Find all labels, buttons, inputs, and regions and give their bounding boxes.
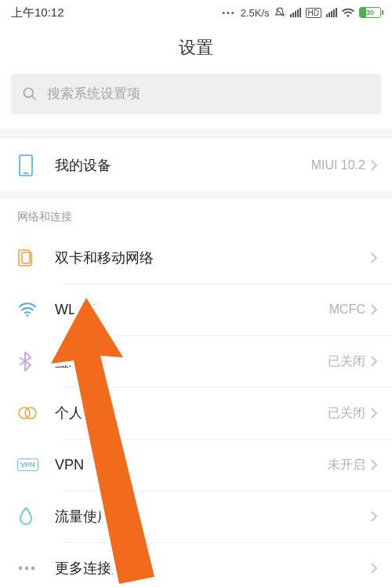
svg-rect-7 [331,11,332,17]
row-label: WLAN [55,302,329,318]
chevron-right-icon [370,303,378,316]
row-hotspot[interactable]: 个人热点 已关闭 [0,387,392,439]
section-title-network: 网络和连接 [0,199,392,232]
svg-rect-0 [290,14,292,17]
chevron-right-icon [370,458,378,471]
svg-rect-9 [336,8,337,17]
page-title: 设置 [0,36,392,60]
chevron-right-icon [370,159,378,172]
status-right: ••• 2.5K/s HD 30 [222,7,381,19]
svg-rect-8 [333,9,335,17]
svg-rect-1 [292,13,294,17]
row-label: 我的设备 [55,156,311,175]
row-value: MIUI 10.2 [311,158,365,172]
row-wlan[interactable]: WLAN MCFC [0,284,392,335]
row-label: 更多连接方式 [55,559,365,578]
page-header: 设置 [0,25,392,74]
row-vpn[interactable]: VPN VPN 未开启 [0,439,392,491]
svg-rect-6 [328,13,330,17]
wifi-icon [342,8,354,17]
row-data-usage[interactable]: 流量使用情况 [0,491,392,542]
row-bluetooth[interactable]: 蓝牙 已关闭 [0,335,392,387]
row-label: 流量使用情况 [55,507,365,526]
svg-rect-5 [326,14,328,17]
row-value: 未开启 [328,457,365,473]
svg-rect-12 [20,155,32,176]
search-box[interactable] [11,74,381,114]
sim-icon [17,248,36,268]
row-value: MCFC [329,303,365,317]
svg-point-17 [25,408,36,419]
chevron-right-icon [370,562,378,574]
data-usage-icon [17,506,34,527]
svg-rect-2 [295,11,296,17]
row-label: 个人热点 [55,404,328,422]
svg-point-20 [31,567,34,570]
phone-icon [17,154,34,177]
hotspot-icon [17,405,38,421]
chevron-right-icon [370,355,378,368]
svg-point-16 [19,408,30,419]
more-icon [17,564,36,572]
row-label: 蓝牙 [55,352,328,371]
wifi-setting-icon [17,302,38,317]
row-value: 已关闭 [328,353,365,370]
row-label: 双卡和移动网络 [55,248,365,267]
dnd-icon [274,7,285,18]
signal2-icon [326,8,337,17]
search-input[interactable] [47,86,370,102]
svg-line-11 [32,96,36,100]
row-sim[interactable]: 双卡和移动网络 [0,232,392,284]
svg-rect-3 [297,9,299,17]
row-my-device[interactable]: 我的设备 MIUI 10.2 [0,140,392,191]
svg-point-10 [24,89,34,98]
vpn-icon: VPN [17,458,38,471]
svg-point-19 [25,567,28,570]
status-more-icon: ••• [222,8,236,17]
chevron-right-icon [370,252,378,264]
signal-icon [290,8,301,17]
status-bar: 上午10:12 ••• 2.5K/s HD 30 [0,0,392,25]
row-more-connections[interactable]: 更多连接方式 [0,542,392,587]
status-network-speed: 2.5K/s [241,7,270,19]
bluetooth-icon [17,351,33,371]
status-hd: HD [306,8,321,18]
chevron-right-icon [370,407,378,419]
search-icon [22,86,38,102]
status-time: 上午10:12 [11,5,64,20]
svg-rect-4 [299,8,301,17]
chevron-right-icon [370,510,378,523]
row-value: 已关闭 [328,405,365,422]
row-label: VPN [55,457,328,473]
svg-point-15 [27,314,29,317]
battery-icon: 30 [359,7,381,18]
svg-rect-14 [22,252,30,263]
svg-point-18 [19,567,22,570]
